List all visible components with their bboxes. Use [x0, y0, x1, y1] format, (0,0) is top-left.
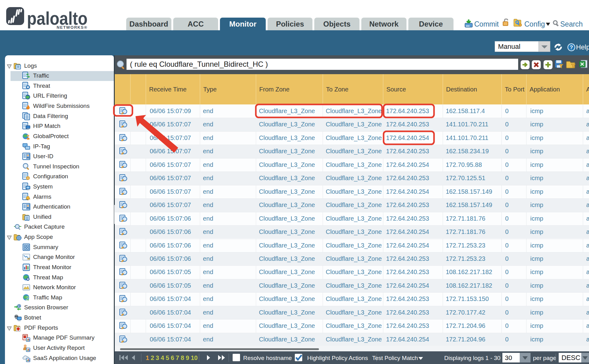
- svg-text:?: ?: [570, 44, 573, 50]
- svg-text:NETWORKS®: NETWORKS®: [57, 25, 88, 30]
